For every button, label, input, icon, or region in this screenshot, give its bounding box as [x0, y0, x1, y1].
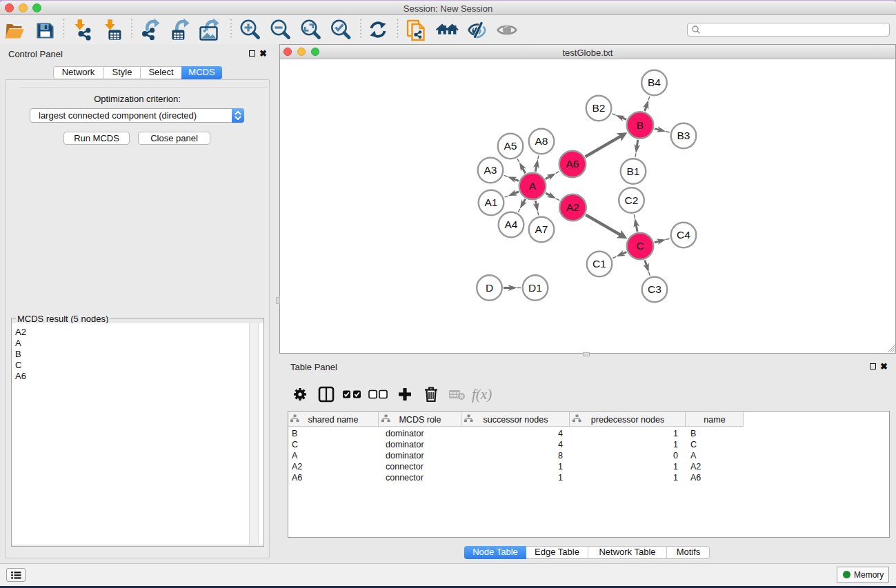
svg-text:A: A	[529, 180, 537, 192]
svg-text:A1: A1	[485, 196, 498, 208]
svg-text:A4: A4	[505, 219, 518, 230]
svg-text:B3: B3	[677, 130, 690, 141]
svg-text:C4: C4	[677, 229, 690, 241]
svg-text:A6: A6	[566, 158, 579, 170]
svg-text:D: D	[486, 282, 493, 294]
svg-text:C: C	[636, 240, 644, 252]
svg-text:B2: B2	[593, 102, 606, 114]
svg-text:C1: C1	[593, 258, 606, 270]
svg-text:B: B	[637, 119, 644, 131]
svg-text:A2: A2	[566, 201, 579, 213]
svg-text:C2: C2	[625, 194, 639, 206]
svg-text:D1: D1	[528, 282, 542, 294]
svg-text:A3: A3	[484, 164, 497, 176]
svg-text:A8: A8	[535, 135, 548, 147]
svg-text:C3: C3	[648, 283, 661, 295]
svg-text:A7: A7	[535, 223, 548, 235]
svg-text:B4: B4	[648, 77, 661, 88]
svg-text:B1: B1	[627, 165, 640, 177]
svg-text:A5: A5	[504, 140, 517, 152]
